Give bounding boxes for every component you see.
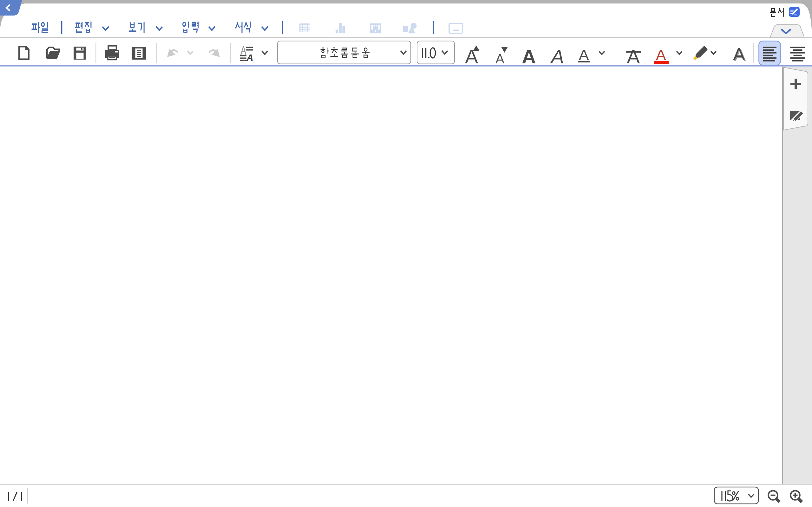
svg-text:A: A [550,46,564,67]
svg-text:A: A [579,46,589,63]
svg-text:A: A [656,46,666,63]
svg-text:A: A [522,46,536,67]
svg-text:A: A [733,44,745,64]
svg-text:A: A [627,46,640,67]
svg-text:A: A [496,51,504,66]
svg-text:A: A [246,52,253,63]
svg-text:A: A [241,43,247,57]
